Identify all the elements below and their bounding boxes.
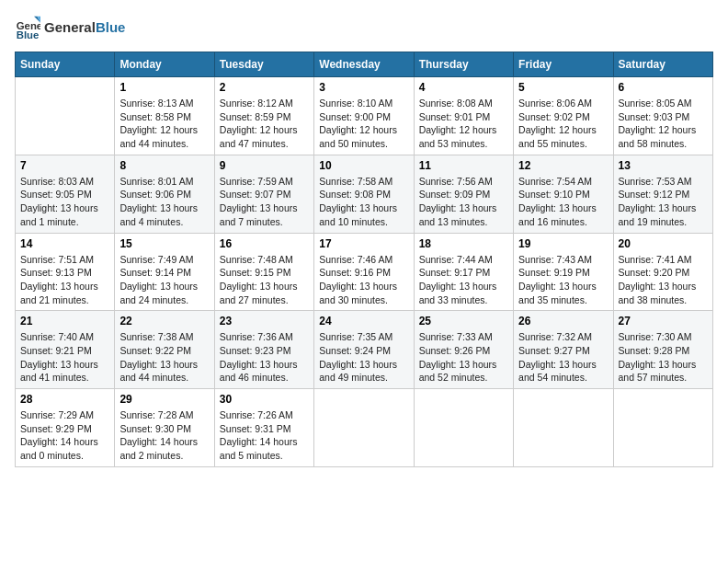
day-number: 22	[119, 315, 209, 327]
day-number: 10	[319, 159, 408, 172]
day-info: Sunrise: 7:30 AM Sunset: 9:28 PM Dayligh…	[619, 330, 708, 385]
day-number: 15	[119, 237, 209, 250]
column-header-monday: Monday	[115, 52, 214, 77]
day-number: 8	[119, 159, 209, 172]
day-info: Sunrise: 7:48 AM Sunset: 9:15 PM Dayligh…	[220, 253, 309, 307]
day-cell	[314, 389, 414, 467]
day-number: 16	[220, 237, 309, 250]
day-cell: 29Sunrise: 7:28 AM Sunset: 9:30 PM Dayli…	[115, 389, 214, 467]
day-cell: 1Sunrise: 8:13 AM Sunset: 8:58 PM Daylig…	[115, 77, 214, 155]
day-number: 21	[20, 315, 109, 327]
day-info: Sunrise: 8:01 AM Sunset: 9:06 PM Dayligh…	[119, 175, 209, 229]
day-cell: 28Sunrise: 7:29 AM Sunset: 9:29 PM Dayli…	[16, 389, 115, 467]
day-cell	[16, 77, 115, 155]
logo-icon: General Blue	[15, 15, 40, 40]
logo-text: GeneralBlue	[44, 19, 125, 36]
day-number: 13	[619, 159, 708, 172]
header-row: SundayMondayTuesdayWednesdayThursdayFrid…	[16, 52, 713, 77]
day-number: 9	[220, 159, 309, 172]
day-cell: 20Sunrise: 7:41 AM Sunset: 9:20 PM Dayli…	[613, 233, 712, 311]
day-cell: 22Sunrise: 7:38 AM Sunset: 9:22 PM Dayli…	[115, 311, 214, 389]
day-cell: 24Sunrise: 7:35 AM Sunset: 9:24 PM Dayli…	[314, 311, 414, 389]
day-info: Sunrise: 7:41 AM Sunset: 9:20 PM Dayligh…	[619, 253, 708, 307]
day-info: Sunrise: 7:46 AM Sunset: 9:16 PM Dayligh…	[319, 253, 408, 307]
day-number: 4	[419, 81, 508, 94]
day-cell: 30Sunrise: 7:26 AM Sunset: 9:31 PM Dayli…	[214, 389, 313, 467]
day-number: 24	[319, 315, 408, 327]
day-info: Sunrise: 7:40 AM Sunset: 9:21 PM Dayligh…	[20, 330, 109, 385]
day-info: Sunrise: 8:03 AM Sunset: 9:05 PM Dayligh…	[20, 175, 109, 229]
day-cell: 6Sunrise: 8:05 AM Sunset: 9:03 PM Daylig…	[613, 77, 712, 155]
day-number: 3	[319, 81, 408, 94]
day-number: 20	[619, 237, 708, 250]
day-cell: 16Sunrise: 7:48 AM Sunset: 9:15 PM Dayli…	[214, 233, 313, 311]
day-cell: 10Sunrise: 7:58 AM Sunset: 9:08 PM Dayli…	[314, 155, 414, 233]
day-cell: 2Sunrise: 8:12 AM Sunset: 8:59 PM Daylig…	[214, 77, 313, 155]
day-info: Sunrise: 7:28 AM Sunset: 9:30 PM Dayligh…	[119, 408, 209, 463]
day-cell: 18Sunrise: 7:44 AM Sunset: 9:17 PM Dayli…	[414, 233, 513, 311]
day-cell: 7Sunrise: 8:03 AM Sunset: 9:05 PM Daylig…	[16, 155, 115, 233]
day-info: Sunrise: 7:33 AM Sunset: 9:26 PM Dayligh…	[419, 330, 508, 385]
logo: General Blue GeneralBlue	[15, 15, 125, 40]
day-cell: 12Sunrise: 7:54 AM Sunset: 9:10 PM Dayli…	[514, 155, 613, 233]
day-number: 27	[619, 315, 708, 327]
day-number: 25	[419, 315, 508, 327]
day-info: Sunrise: 8:10 AM Sunset: 9:00 PM Dayligh…	[319, 97, 408, 151]
day-cell: 14Sunrise: 7:51 AM Sunset: 9:13 PM Dayli…	[16, 233, 115, 311]
page-header: General Blue GeneralBlue	[15, 15, 713, 40]
day-cell: 19Sunrise: 7:43 AM Sunset: 9:19 PM Dayli…	[514, 233, 613, 311]
day-number: 1	[119, 81, 209, 94]
day-cell: 26Sunrise: 7:32 AM Sunset: 9:27 PM Dayli…	[514, 311, 613, 389]
day-cell: 13Sunrise: 7:53 AM Sunset: 9:12 PM Dayli…	[613, 155, 712, 233]
day-number: 11	[419, 159, 508, 172]
day-cell: 9Sunrise: 7:59 AM Sunset: 9:07 PM Daylig…	[214, 155, 313, 233]
day-info: Sunrise: 7:51 AM Sunset: 9:13 PM Dayligh…	[20, 253, 109, 307]
day-info: Sunrise: 7:26 AM Sunset: 9:31 PM Dayligh…	[220, 408, 309, 463]
day-cell: 4Sunrise: 8:08 AM Sunset: 9:01 PM Daylig…	[414, 77, 513, 155]
day-number: 30	[220, 393, 309, 406]
column-header-thursday: Thursday	[414, 52, 513, 77]
week-row-1: 1Sunrise: 8:13 AM Sunset: 8:58 PM Daylig…	[16, 77, 713, 155]
svg-text:Blue: Blue	[17, 29, 40, 40]
day-info: Sunrise: 7:35 AM Sunset: 9:24 PM Dayligh…	[319, 330, 408, 385]
day-cell: 5Sunrise: 8:06 AM Sunset: 9:02 PM Daylig…	[514, 77, 613, 155]
day-cell: 15Sunrise: 7:49 AM Sunset: 9:14 PM Dayli…	[115, 233, 214, 311]
day-cell: 21Sunrise: 7:40 AM Sunset: 9:21 PM Dayli…	[16, 311, 115, 389]
day-number: 29	[119, 393, 209, 406]
day-cell: 25Sunrise: 7:33 AM Sunset: 9:26 PM Dayli…	[414, 311, 513, 389]
day-info: Sunrise: 8:12 AM Sunset: 8:59 PM Dayligh…	[220, 97, 309, 151]
calendar-body: 1Sunrise: 8:13 AM Sunset: 8:58 PM Daylig…	[16, 77, 713, 467]
day-info: Sunrise: 7:58 AM Sunset: 9:08 PM Dayligh…	[319, 175, 408, 229]
day-info: Sunrise: 7:53 AM Sunset: 9:12 PM Dayligh…	[619, 175, 708, 229]
day-number: 5	[518, 81, 608, 94]
day-info: Sunrise: 7:54 AM Sunset: 9:10 PM Dayligh…	[518, 175, 608, 229]
day-info: Sunrise: 7:38 AM Sunset: 9:22 PM Dayligh…	[119, 330, 209, 385]
day-info: Sunrise: 7:59 AM Sunset: 9:07 PM Dayligh…	[220, 175, 309, 229]
column-header-wednesday: Wednesday	[314, 52, 414, 77]
day-cell: 8Sunrise: 8:01 AM Sunset: 9:06 PM Daylig…	[115, 155, 214, 233]
day-cell: 3Sunrise: 8:10 AM Sunset: 9:00 PM Daylig…	[314, 77, 414, 155]
week-row-3: 14Sunrise: 7:51 AM Sunset: 9:13 PM Dayli…	[16, 233, 713, 311]
day-number: 14	[20, 237, 109, 250]
day-info: Sunrise: 7:36 AM Sunset: 9:23 PM Dayligh…	[220, 330, 309, 385]
day-number: 2	[220, 81, 309, 94]
day-info: Sunrise: 8:08 AM Sunset: 9:01 PM Dayligh…	[419, 97, 508, 151]
day-number: 23	[220, 315, 309, 327]
day-number: 19	[518, 237, 608, 250]
day-number: 12	[518, 159, 608, 172]
day-cell	[514, 389, 613, 467]
day-info: Sunrise: 7:29 AM Sunset: 9:29 PM Dayligh…	[20, 408, 109, 463]
day-info: Sunrise: 8:06 AM Sunset: 9:02 PM Dayligh…	[518, 97, 608, 151]
day-number: 7	[20, 159, 109, 172]
day-info: Sunrise: 7:44 AM Sunset: 9:17 PM Dayligh…	[419, 253, 508, 307]
day-info: Sunrise: 7:56 AM Sunset: 9:09 PM Dayligh…	[419, 175, 508, 229]
column-header-tuesday: Tuesday	[214, 52, 313, 77]
day-info: Sunrise: 7:49 AM Sunset: 9:14 PM Dayligh…	[119, 253, 209, 307]
day-info: Sunrise: 8:13 AM Sunset: 8:58 PM Dayligh…	[119, 97, 209, 151]
day-number: 26	[518, 315, 608, 327]
day-cell	[613, 389, 712, 467]
day-cell: 23Sunrise: 7:36 AM Sunset: 9:23 PM Dayli…	[214, 311, 313, 389]
day-info: Sunrise: 7:43 AM Sunset: 9:19 PM Dayligh…	[518, 253, 608, 307]
day-cell: 27Sunrise: 7:30 AM Sunset: 9:28 PM Dayli…	[613, 311, 712, 389]
day-info: Sunrise: 8:05 AM Sunset: 9:03 PM Dayligh…	[619, 97, 708, 151]
